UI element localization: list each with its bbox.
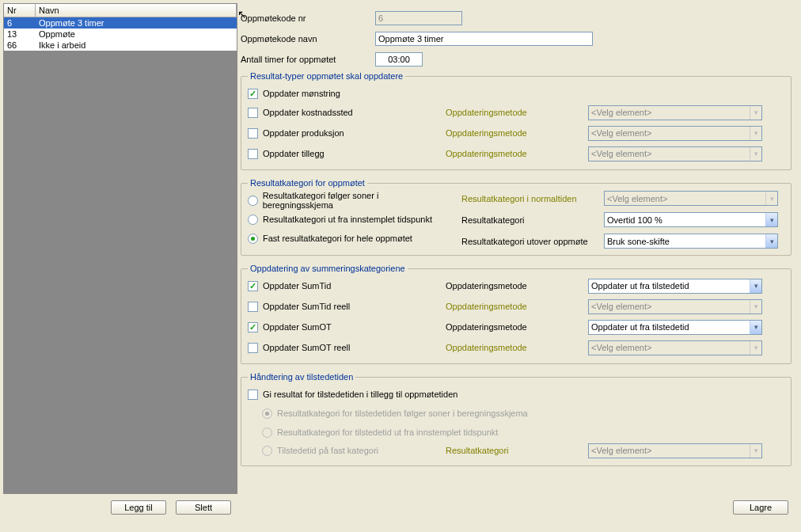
- lbl-kostnadssted: Oppdater kostnadssted: [263, 108, 353, 117]
- list-header: Nr Navn: [4, 4, 237, 17]
- radio-t1: [262, 408, 272, 419]
- lbl-metode: Oppdateringsmetode: [446, 322, 588, 332]
- sel-text: Bruk sone-skifte: [607, 237, 670, 246]
- list-row[interactable]: 66 Ikke i arbeid: [4, 40, 237, 51]
- chk-sumot-reell[interactable]: [248, 343, 258, 353]
- legend: Resultat-typer oppmøtet skal oppdatere: [248, 71, 405, 81]
- sel-tilstede: <Velg element>▾: [588, 443, 762, 458]
- navn-input[interactable]: [375, 32, 593, 46]
- cell-nr: 66: [4, 40, 36, 51]
- sel-text: <Velg element>: [591, 302, 651, 311]
- sel-utover[interactable]: Bruk sone-skifte▾: [604, 234, 778, 249]
- chevron-down-icon: ▾: [765, 234, 777, 248]
- lbl-utover: Resultatkategori utover oppmøte: [461, 237, 604, 246]
- sel-text: <Velg element>: [591, 128, 651, 138]
- radio-t2: [262, 428, 272, 438]
- sel-sumtid-reell: <Velg element>▾: [588, 299, 762, 314]
- lbl-sumtid-reell: Oppdater SumTid reell: [263, 302, 350, 311]
- cell-nr: 6: [4, 17, 36, 28]
- lbl-resultkat: Resultatkategori: [446, 446, 588, 455]
- chevron-down-icon: ▾: [750, 321, 761, 334]
- chevron-down-icon: ▾: [750, 341, 761, 355]
- lbl-produksjon: Oppdater produksjon: [263, 128, 344, 138]
- sel-sumtid[interactable]: Oppdater ut fra tilstedetid▾: [588, 279, 762, 294]
- chk-sumtid-reell[interactable]: [248, 302, 258, 312]
- cell-navn: Oppmøte: [36, 28, 78, 40]
- sel-text: <Velg element>: [591, 446, 651, 455]
- chevron-down-icon: ▾: [750, 106, 761, 120]
- lbl-sumot: Oppdater SumOT: [263, 322, 332, 332]
- lbl-t2: Resultatkategori for tilstedetid ut fra …: [277, 428, 498, 437]
- chk-kostnadssted[interactable]: [248, 108, 258, 118]
- oppmote-list: Nr Navn 6 Oppmøte 3 timer 13 Oppmøte 66 …: [3, 3, 237, 494]
- lbl-metode: Oppdateringsmetode: [446, 302, 588, 311]
- radio-fast[interactable]: [248, 234, 258, 244]
- lbl-normal: Resultatkategori i normaltiden: [461, 194, 604, 203]
- group-resultatkategori: Resultatkategori for oppmøtet Resultatka…: [241, 178, 792, 256]
- lbl-chk-tilstede: Gi resultat for tilstedetiden i tillegg …: [263, 390, 457, 399]
- lbl-metode: Oppdateringsmetode: [446, 281, 588, 291]
- legend: Resultatkategori for oppmøtet: [248, 178, 367, 188]
- group-summering: Oppdatering av summeringskategoriene Opp…: [241, 264, 792, 364]
- chevron-down-icon: ▾: [750, 279, 761, 293]
- timer-input[interactable]: [375, 52, 423, 66]
- sel-sumot[interactable]: Oppdater ut fra tilstedetid▾: [588, 320, 762, 335]
- lbl-metode: Oppdateringsmetode: [446, 343, 588, 352]
- radio-innstemplet[interactable]: [248, 215, 258, 225]
- cell-navn: Ikke i arbeid: [36, 40, 89, 51]
- lagre-button[interactable]: Lagre: [733, 500, 788, 515]
- sel-text: Overtid 100 %: [607, 215, 662, 225]
- lbl-sumot-reell: Oppdater SumOT reell: [263, 343, 350, 352]
- chevron-down-icon: ▾: [750, 300, 761, 314]
- radio-t3: [262, 446, 272, 456]
- sel-text: <Velg element>: [591, 343, 651, 352]
- chk-monstring[interactable]: [248, 89, 258, 99]
- sel-produksjon: <Velg element>▾: [588, 126, 762, 141]
- sel-text: <Velg element>: [591, 149, 651, 158]
- sel-kategori[interactable]: Overtid 100 %▾: [604, 212, 778, 227]
- nr-input: [375, 11, 462, 25]
- lbl-metode: Oppdateringsmetode: [446, 149, 588, 158]
- label-nr: Oppmøtekode nr: [241, 13, 375, 23]
- col-header-navn[interactable]: Navn: [36, 4, 237, 17]
- sel-normal: <Velg element>▾: [604, 191, 778, 206]
- slett-button[interactable]: Slett: [176, 500, 231, 515]
- sel-text: Oppdater ut fra tilstedetid: [591, 322, 689, 332]
- lbl-metode: Oppdateringsmetode: [446, 108, 588, 117]
- chk-produksjon[interactable]: [248, 128, 258, 139]
- list-row[interactable]: 6 Oppmøte 3 timer: [4, 17, 237, 28]
- sel-text: <Velg element>: [591, 108, 651, 117]
- chevron-down-icon: ▾: [750, 147, 761, 161]
- chevron-down-icon: ▾: [750, 444, 761, 458]
- chk-tilstede[interactable]: [248, 390, 258, 400]
- sel-tillegg: <Velg element>▾: [588, 146, 762, 162]
- list-row[interactable]: 13 Oppmøte: [4, 28, 237, 40]
- lbl-monstring: Oppdater mønstring: [263, 89, 340, 98]
- lbl-r3: Fast resultatkategori for hele oppmøtet: [263, 234, 412, 243]
- sel-kostnadssted: <Velg element>▾: [588, 105, 762, 120]
- lbl-tillegg: Oppdater tillegg: [263, 149, 325, 158]
- label-navn: Oppmøtekode navn: [241, 34, 375, 44]
- chevron-down-icon: ▾: [750, 127, 761, 140]
- lbl-r1: Resultatkategori følger soner i beregnin…: [263, 191, 446, 210]
- chk-tillegg[interactable]: [248, 149, 258, 159]
- legg-til-button[interactable]: Legg til: [111, 500, 166, 515]
- chevron-down-icon: ▾: [765, 213, 777, 226]
- legend: Håndtering av tilstedetiden: [248, 372, 355, 382]
- cell-navn: Oppmøte 3 timer: [36, 17, 108, 28]
- chk-sumtid[interactable]: [248, 281, 258, 291]
- lbl-sumtid: Oppdater SumTid: [263, 281, 331, 291]
- sel-text: Oppdater ut fra tilstedetid: [591, 281, 689, 291]
- sel-text: <Velg element>: [607, 194, 667, 203]
- group-resultat-typer: Resultat-typer oppmøtet skal oppdatere O…: [241, 71, 792, 170]
- chk-sumot[interactable]: [248, 322, 258, 332]
- radio-soner[interactable]: [248, 196, 258, 206]
- col-header-nr[interactable]: Nr: [4, 4, 36, 17]
- cell-nr: 13: [4, 28, 36, 40]
- list-body: 6 Oppmøte 3 timer 13 Oppmøte 66 Ikke i a…: [4, 17, 237, 492]
- lbl-t3: Tilstedetid på fast kategori: [277, 446, 378, 455]
- lbl-t1: Resultatkategori for tilstedetiden følge…: [277, 408, 528, 418]
- label-timer: Antall timer for oppmøtet: [241, 55, 375, 64]
- lbl-r2: Resultatkategori ut fra innstemplet tids…: [263, 215, 432, 224]
- lbl-kategori: Resultatkategori: [461, 215, 604, 225]
